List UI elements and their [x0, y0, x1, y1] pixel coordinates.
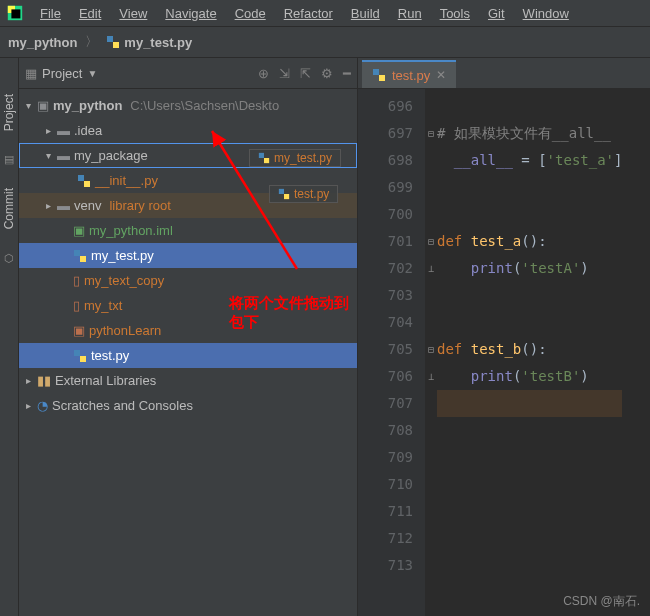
svg-rect-10: [80, 356, 86, 362]
tool-strip-left: Project ▤ Commit ⬡: [0, 58, 19, 616]
annotation-text: 将两个文件拖动到包下: [229, 294, 357, 332]
collapse-all-icon[interactable]: ⇱: [300, 66, 311, 81]
menu-refactor[interactable]: Refactor: [276, 4, 341, 23]
project-folder-icon: ▣: [37, 98, 49, 113]
tree-test-py[interactable]: test.py: [19, 343, 357, 368]
menu-window[interactable]: Window: [515, 4, 577, 23]
python-file-icon: [77, 174, 91, 188]
menu-bar: File Edit View Navigate Code Refactor Bu…: [0, 0, 650, 27]
svg-rect-14: [284, 194, 289, 199]
python-file-icon: [278, 188, 290, 200]
chevron-down-icon[interactable]: ▾: [23, 100, 33, 111]
app-logo: [6, 4, 24, 22]
library-root-badge: library root: [109, 198, 170, 213]
menu-edit[interactable]: Edit: [71, 4, 109, 23]
text-file-icon: ▯: [73, 298, 80, 313]
library-folder-icon: ▬: [57, 198, 70, 213]
chevron-right-icon[interactable]: ▸: [43, 125, 53, 136]
chevron-right-icon[interactable]: ▸: [43, 200, 53, 211]
chevron-down-icon[interactable]: ▾: [43, 150, 53, 161]
python-file-icon: [73, 249, 87, 263]
chevron-right-icon: 〉: [85, 33, 98, 51]
project-panel-header: ▦ Project ▼ ⊕ ⇲ ⇱ ⚙ ━: [19, 58, 357, 89]
project-tree[interactable]: ▾ ▣ my_python C:\Users\Sachsen\Deskto ▸ …: [19, 89, 357, 616]
tree-scratches[interactable]: ▸ ◔ Scratches and Consoles: [19, 393, 357, 418]
gear-icon[interactable]: ⚙: [321, 66, 333, 81]
close-icon[interactable]: ✕: [436, 68, 446, 82]
svg-rect-2: [11, 9, 20, 18]
scratches-icon: ◔: [37, 398, 48, 413]
menu-navigate[interactable]: Navigate: [157, 4, 224, 23]
editor-tab-test-py[interactable]: test.py ✕: [362, 60, 456, 88]
code-text[interactable]: # 如果模块文件有__all__ __all__ = ['test_a'] de…: [437, 89, 622, 616]
menu-build[interactable]: Build: [343, 4, 388, 23]
libraries-icon: ▮▮: [37, 373, 51, 388]
drag-ghost-test-py: test.py: [269, 185, 338, 203]
menu-run[interactable]: Run: [390, 4, 430, 23]
tree-root[interactable]: ▾ ▣ my_python C:\Users\Sachsen\Deskto: [19, 93, 357, 118]
editor: test.py ✕ 696697698 699700701 702703704 …: [358, 58, 650, 616]
project-view-label[interactable]: Project: [42, 66, 82, 81]
chevron-right-icon[interactable]: ▸: [23, 375, 33, 386]
svg-rect-5: [78, 175, 84, 181]
svg-rect-3: [107, 36, 113, 42]
svg-rect-16: [373, 69, 379, 75]
svg-rect-6: [84, 181, 90, 187]
menu-view[interactable]: View: [111, 4, 155, 23]
tool-project[interactable]: Project: [2, 88, 16, 137]
svg-rect-4: [113, 42, 119, 48]
minimize-icon[interactable]: ━: [343, 66, 351, 81]
menu-file[interactable]: File: [32, 4, 69, 23]
svg-rect-9: [74, 350, 80, 356]
svg-rect-12: [264, 158, 269, 163]
fold-indicators: ⊟ ⊟⊥ ⊟⊥: [425, 89, 437, 616]
line-number-gutter: 696697698 699700701 702703704 705706707 …: [358, 89, 425, 616]
python-file-icon: [258, 152, 270, 164]
project-path: C:\Users\Sachsen\Deskto: [130, 98, 279, 113]
python-file-icon: [106, 35, 120, 49]
folder-icon: ▤: [4, 153, 14, 166]
tree-my-text-copy[interactable]: ▯ my_text_copy: [19, 268, 357, 293]
tree-external-libraries[interactable]: ▸ ▮▮ External Libraries: [19, 368, 357, 393]
python-file-icon: [73, 349, 87, 363]
target-icon[interactable]: ⊕: [258, 66, 269, 81]
tree-idea[interactable]: ▸ ▬ .idea: [19, 118, 357, 143]
python-file-icon: [372, 68, 386, 82]
file-icon: ▣: [73, 323, 85, 338]
watermark: CSDN @南石.: [563, 593, 640, 610]
tree-iml[interactable]: ▣ my_python.iml: [19, 218, 357, 243]
expand-all-icon[interactable]: ⇲: [279, 66, 290, 81]
svg-rect-13: [279, 189, 284, 194]
project-panel: ▦ Project ▼ ⊕ ⇲ ⇱ ⚙ ━ ▾ ▣ my_python C:\U…: [19, 58, 358, 616]
project-view-icon: ▦: [25, 66, 37, 81]
menu-tools[interactable]: Tools: [432, 4, 478, 23]
commit-icon: ⬡: [4, 252, 14, 265]
chevron-right-icon[interactable]: ▸: [23, 400, 33, 411]
menu-code[interactable]: Code: [227, 4, 274, 23]
text-file-icon: ▯: [73, 273, 80, 288]
drag-ghost-my-test: my_test.py: [249, 149, 341, 167]
navigation-bar: my_python 〉 my_test.py: [0, 27, 650, 58]
svg-rect-7: [74, 250, 80, 256]
svg-rect-8: [80, 256, 86, 262]
tool-commit[interactable]: Commit: [2, 182, 16, 235]
code-area[interactable]: 696697698 699700701 702703704 705706707 …: [358, 89, 650, 616]
tree-my-test[interactable]: my_test.py: [19, 243, 357, 268]
breadcrumb-project[interactable]: my_python: [8, 35, 77, 50]
package-icon: ▬: [57, 148, 70, 163]
menu-git[interactable]: Git: [480, 4, 513, 23]
svg-rect-17: [379, 75, 385, 81]
editor-tab-bar: test.py ✕: [358, 58, 650, 89]
folder-icon: ▬: [57, 123, 70, 138]
iml-file-icon: ▣: [73, 223, 85, 238]
chevron-down-icon[interactable]: ▼: [87, 68, 97, 79]
svg-rect-11: [259, 153, 264, 158]
breadcrumb-file[interactable]: my_test.py: [106, 35, 192, 50]
